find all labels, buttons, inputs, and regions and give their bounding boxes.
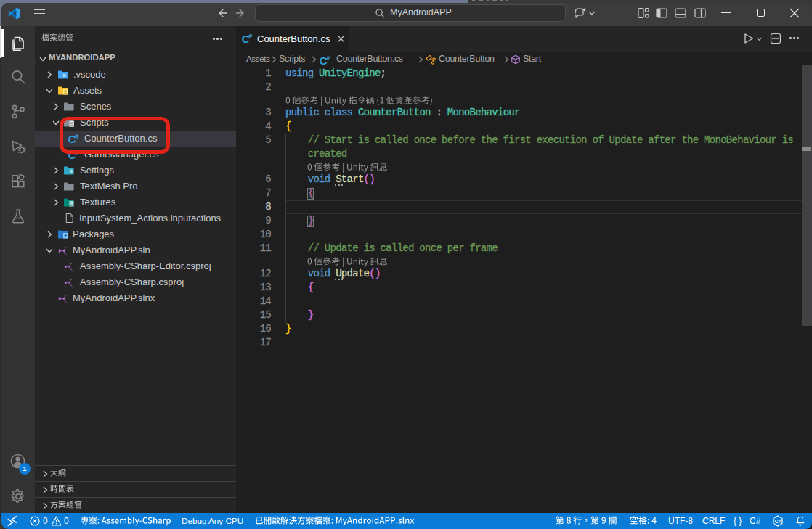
svg-text:#: # (248, 33, 252, 40)
svg-text:#: # (326, 54, 330, 62)
svg-text:C#: C# (775, 519, 781, 524)
